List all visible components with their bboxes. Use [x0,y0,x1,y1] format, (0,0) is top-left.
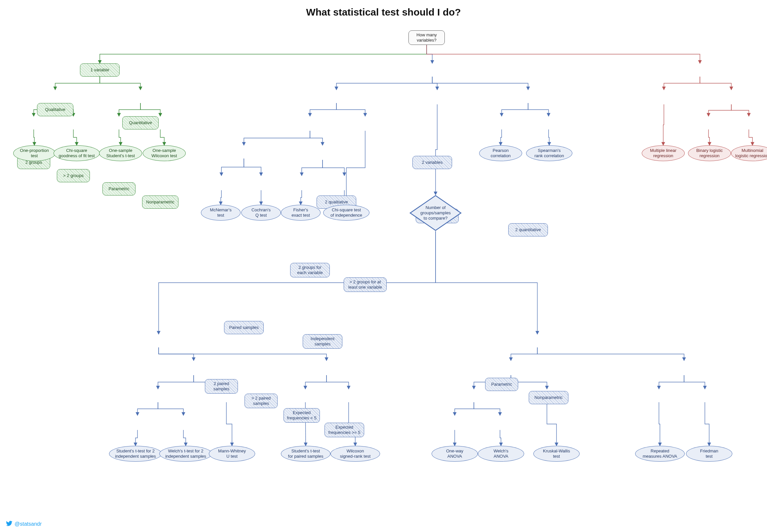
node-g_param: Parametric [102,182,135,195]
node-label: Fisher's exact test [291,207,310,218]
node-label: Quantitative [129,120,152,125]
node-label: > 2 groups [63,173,84,178]
node-bb_repanova: Repeated measures ANOVA [635,446,685,462]
node-label: > 2 groups for at least one variable [348,279,382,290]
node-b_diamond: Number of groups/samples to compare? [409,195,462,231]
node-r_mnlr: Multinomial logistic regression [731,145,767,161]
flowchart-canvas: What statistical test should I do? How m… [0,0,767,532]
node-b_2quant: 2 quantitative [508,223,548,236]
node-label: Mann-Whitney U test [218,448,246,459]
node-label: One-proportion test [20,148,49,159]
node-label: Wilcoxon signed-rank test [340,448,371,459]
node-r_mlr: Multiple linear regression [642,145,685,161]
node-b_cochran: Cochran's Q test [241,205,281,221]
node-label: 2 quantitative [515,227,541,232]
node-label: McNemar's test [210,207,231,218]
node-root: How many variables? [409,30,445,45]
node-g_oneWilcox: One-sample Wilcoxon test [143,145,186,161]
node-label: 1 variable [91,67,109,73]
node-label: Nonparametric [146,199,174,205]
node-g_gt2g: > 2 groups [57,169,90,182]
node-label: Friedman test [700,448,718,459]
node-b_spearman: Spearman's rank correlation [526,145,572,161]
node-label: Welch's ANOVA [494,448,509,459]
node-label: Multiple linear regression [650,148,676,159]
node-label: Spearman's rank correlation [534,148,564,159]
node-bb_wilcoxp: Wilcoxon signed-rank test [330,446,380,462]
node-label: Student's t-test for 2 independent sampl… [115,448,156,459]
node-label: Repeated measures ANOVA [643,448,677,459]
node-label: Parametric [109,186,129,192]
node-label: Student's t-test for paired samples [288,448,323,459]
node-g_oneSampT: One-sample Student's t-test [99,145,142,161]
node-b_param2q: Parametric [485,378,518,391]
node-label: Chi-square goodness of fit test [58,148,94,159]
node-bb_welcha: Welch's ANOVA [478,446,524,462]
node-bb_welch2: Welch's t-test for 2 independent samples [159,446,212,462]
node-label: Multinomial logistic regression [735,148,767,159]
node-label: Expected frequencies < 5 [287,410,316,421]
node-b_indep: Independent samples [303,334,342,349]
node-label: Cochran's Q test [251,207,271,218]
node-b_nonparam2q: Nonparametric [529,391,568,404]
node-label: One-sample Wilcoxon test [151,148,177,159]
footer-credit: @statsandr [6,520,42,528]
node-label: Paired samples [229,325,259,330]
twitter-icon [6,520,13,528]
node-g_qual: Qualitative [37,103,73,116]
node-b_gt2paired: > 2 paired samples [244,394,277,408]
node-label: 2 groups for each variable [297,265,322,276]
node-b_chiInd: Chi-square test of independence [323,205,369,221]
node-bb_anova1: One-way ANOVA [432,446,478,462]
node-b_pearson: Pearson correlation [479,145,522,161]
node-label: Qualitative [45,107,65,112]
node-g_oneProp: One-proportion test [13,145,55,161]
node-g_nonparam: Nonparametric [142,195,178,209]
node-label: > 2 paired samples [251,396,271,407]
node-label: Chi-square test of independence [330,207,362,218]
node-b2var: 2 variables [413,156,452,169]
node-r_blr: Binary logistic regression [688,145,731,161]
node-g_quant: Quantitative [122,116,159,129]
node-g_chiGoF: Chi-square goodness of fit test [54,145,100,161]
node-label: Welch's t-test for 2 independent samples [165,448,206,459]
node-b_efLt5: Expected frequencies < 5 [283,408,320,423]
node-label: Kruskal-Wallis test [543,448,570,459]
node-label: Expected frequencies >= 5 [328,425,360,436]
node-bb_mann: Mann-Whitney U test [209,446,255,462]
node-b_gt2gany: > 2 groups for at least one variable [344,277,387,292]
node-label: One-way ANOVA [446,448,463,459]
node-label: Pearson correlation [491,148,511,159]
node-label: 2 qualitative [325,199,347,205]
node-label: Parametric [492,382,512,387]
node-label: Nonparametric [534,395,563,400]
footer-handle: @statsandr [15,521,42,527]
node-b_mcnemar: McNemar's test [201,205,240,221]
node-b_2geach: 2 groups for each variable [290,263,330,277]
node-b_2paired: 2 paired samples [205,379,238,394]
node-label: 2 paired samples [213,381,229,392]
node-bb_kruskal: Kruskal-Wallis test [533,446,580,462]
node-label: Independent samples [310,336,334,347]
node-bb_friedman: Friedman test [686,446,732,462]
node-b_efGe5: Expected frequencies >= 5 [324,423,364,437]
node-label: One-sample Student's t-test [106,148,135,159]
node-b_fisher: Fisher's exact test [281,205,320,221]
node-bb_tt2ind: Student's t-test for 2 independent sampl… [109,446,162,462]
node-g1var: 1 variable [80,63,120,77]
node-bb_ttp: Student's t-test for paired samples [281,446,330,462]
node-label: Number of groups/samples to compare? [420,205,451,221]
node-label: Binary logistic regression [696,148,723,159]
node-b_paired: Paired samples [224,321,264,334]
node-layer: How many variables?1 variableQualitative… [0,0,767,532]
node-label: 2 variables [422,160,443,165]
page-title: What statistical test should I do? [0,7,767,18]
node-label: How many variables? [417,32,437,43]
